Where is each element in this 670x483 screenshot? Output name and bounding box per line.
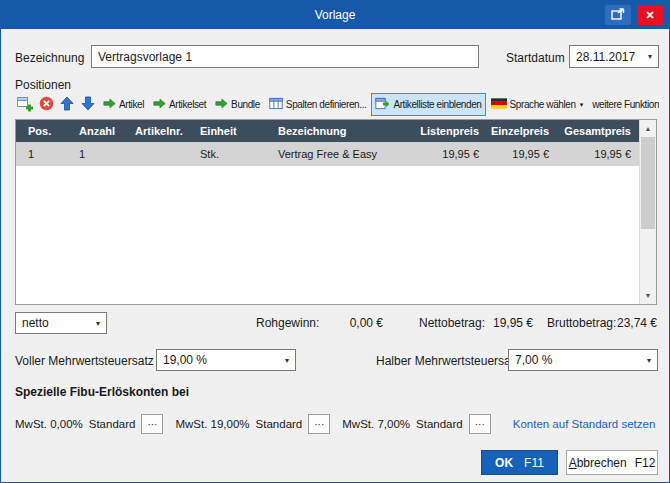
close-icon: ✕ [645,9,654,22]
german-flag-icon [491,98,507,111]
halber-mwst-label: Halber Mehrwertsteuersatz [376,354,520,368]
netto-brutto-select[interactable]: netto ▾ [15,312,107,334]
spalten-definieren-button[interactable]: Spalten definieren... [265,93,371,116]
table-header-row: Pos. Anzahl Artikelnr. Einheit Bezeichnu… [16,120,656,142]
scrollbar-thumb[interactable] [641,137,655,229]
nettobetrag-value: 19,95 € [477,316,533,330]
chevron-down-icon: ▾ [647,356,651,365]
bundle-button[interactable]: Bundle [211,93,264,116]
dialog-body: Bezeichnung Startdatum 28.11.2017 ▾ Posi… [1,29,669,482]
green-arrow-icon [215,97,228,112]
artikelliste-einblenden-button[interactable]: Artikelliste einblenden [371,93,485,116]
delete-position-icon [39,96,54,113]
cell-listenpreis: 19,95 € [412,142,487,166]
weitere-funktionen-button[interactable]: weitere Funktionen... ▾ [588,93,659,116]
chevron-down-icon: ▾ [580,101,584,109]
voller-mwst-select[interactable]: 19,00 % ▾ [156,349,296,371]
column-header-einheit[interactable]: Einheit [188,120,266,142]
cell-artikelnr [123,142,188,166]
bezeichnung-label: Bezeichnung [15,51,84,65]
mwst-7-value: Standard [416,418,463,430]
cell-anzahl: 1 [67,142,123,166]
mwst-0-label: MwSt. 0,00% [15,418,83,430]
cell-bezeichnung: Vertrag Free & Easy [266,142,412,166]
mwst-0-value: Standard [89,418,136,430]
move-up-button[interactable] [57,93,77,116]
chevron-down-icon: ▾ [96,319,100,328]
artikelset-button[interactable]: Artikelset [149,93,210,116]
mwst-19-browse-button[interactable]: ··· [308,414,330,434]
fibu-group-0: MwSt. 0,00% Standard ··· [15,414,163,434]
table-row[interactable]: 1 1 Stk. Vertrag Free & Easy 19,95 € 19,… [16,142,656,166]
cell-gesamtpreis: 19,95 € [557,142,639,166]
delete-position-button[interactable] [36,93,56,116]
bundle-button-label: Bundle [231,99,260,110]
halber-mwst-value: 7,00 % [515,353,552,367]
article-list-icon [375,97,390,112]
cancel-button[interactable]: Abbrechen F12 [566,450,658,475]
scroll-down-button[interactable]: ▼ [640,287,656,304]
move-down-button[interactable] [78,93,98,116]
column-header-anzahl[interactable]: Anzahl [67,120,123,142]
fibu-group-1: MwSt. 19,00% Standard ··· [175,414,330,434]
mwst-0-browse-button[interactable]: ··· [141,414,163,434]
arrow-down-icon [81,96,95,113]
cancel-button-shortcut: F12 [635,456,656,470]
artikelset-button-label: Artikelset [169,99,206,110]
mwst-19-label: MwSt. 19,00% [175,418,249,430]
green-arrow-icon [103,97,116,112]
popout-button[interactable] [605,5,631,25]
startdatum-label: Startdatum [506,51,565,65]
startdatum-input[interactable]: 28.11.2017 ▾ [569,45,659,68]
bezeichnung-input[interactable] [91,45,479,68]
artikel-button[interactable]: Artikel [99,93,148,116]
bruttobetrag-value: 23,74 € [601,316,657,330]
positions-table: Pos. Anzahl Artikelnr. Einheit Bezeichnu… [15,119,657,305]
cell-einheit: Stk. [188,142,266,166]
column-header-gesamtpreis[interactable]: Gesamtpreis [557,120,639,142]
titlebar[interactable]: Vorlage ✕ [1,1,669,29]
cell-einzelpreis: 19,95 € [487,142,557,166]
add-position-button[interactable] [15,93,35,116]
ellipsis-icon: ··· [475,419,485,430]
cell-pos: 1 [16,142,67,166]
column-header-listenpreis[interactable]: Listenpreis [412,120,487,142]
mwst-7-label: MwSt. 7,00% [342,418,410,430]
popout-icon [611,8,625,23]
scroll-up-button[interactable]: ▲ [640,120,656,137]
weitere-funktionen-label: weitere Funktionen... [592,99,659,110]
vertical-scrollbar[interactable]: ▲ ▼ [639,120,656,304]
voller-mwst-label: Voller Mehrwertsteuersatz [15,354,154,368]
positions-toolbar: Artikel Artikelset Bundle Spalten defini… [15,92,659,117]
konten-standard-link[interactable]: Konten auf Standard setzen [513,418,656,430]
ok-button-label: OK [495,456,513,470]
window-title: Vorlage [1,8,669,22]
vorlage-dialog: Vorlage ✕ Bezeichnung Startdatum 28.11.2… [0,0,670,483]
spalten-definieren-label: Spalten definieren... [286,99,367,110]
chevron-down-icon: ▾ [285,356,289,365]
fibu-heading: Spezielle Fibu-Erlöskonten bei [15,385,189,399]
column-header-pos[interactable]: Pos. [16,120,67,142]
nettobetrag-label: Nettobetrag: [419,316,485,330]
ok-button[interactable]: OK F11 [481,450,558,475]
startdatum-value: 28.11.2017 [576,50,635,64]
add-position-icon [17,96,33,114]
mwst-7-browse-button[interactable]: ··· [469,414,491,434]
column-header-bezeichnung[interactable]: Bezeichnung [266,120,412,142]
ok-button-shortcut: F11 [524,456,544,470]
fibu-accounts-row: MwSt. 0,00% Standard ··· MwSt. 19,00% St… [15,413,661,435]
mwst-19-value: Standard [256,418,303,430]
rohgewinn-value: 0,00 € [327,316,383,330]
column-header-artikelnr[interactable]: Artikelnr. [123,120,188,142]
netto-brutto-value: netto [22,316,49,330]
green-arrow-icon [153,97,166,112]
sprache-waehlen-button[interactable]: Sprache wählen ▾ [487,93,588,116]
chevron-down-icon: ▾ [648,52,652,61]
arrow-up-icon [60,96,74,113]
titlebar-buttons: ✕ [605,5,669,25]
ellipsis-icon: ··· [314,419,324,430]
close-button[interactable]: ✕ [637,5,663,25]
column-header-einzelpreis[interactable]: Einzelpreis [487,120,557,142]
halber-mwst-select[interactable]: 7,00 % ▾ [508,349,658,371]
fibu-group-2: MwSt. 7,00% Standard ··· [342,414,490,434]
